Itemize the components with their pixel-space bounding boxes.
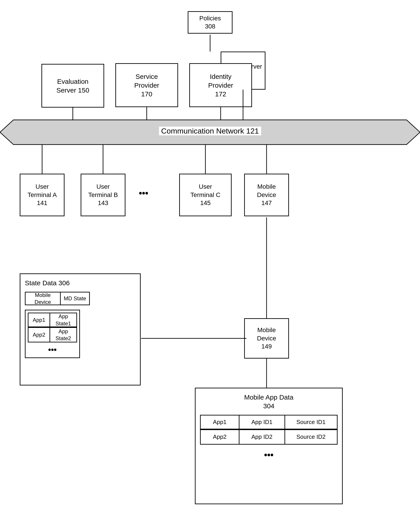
network-label: Communication Network 121: [159, 127, 261, 135]
network-text: Communication Network 121: [161, 127, 259, 135]
